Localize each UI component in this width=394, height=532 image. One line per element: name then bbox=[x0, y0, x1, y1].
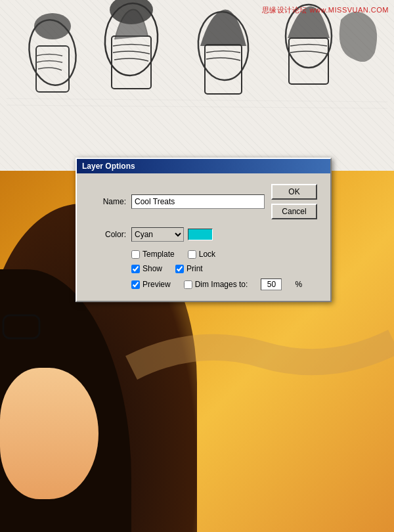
percent-label: % bbox=[295, 280, 302, 289]
cancel-button[interactable]: Cancel bbox=[271, 204, 317, 219]
color-select[interactable]: Cyan None Magenta Yellow Red Green Blue … bbox=[131, 227, 184, 242]
svg-line-10 bbox=[7, 99, 387, 102]
preview-checkbox-label[interactable]: Preview bbox=[131, 280, 171, 289]
lock-checkbox[interactable] bbox=[188, 250, 196, 259]
buttons-col: OK Cancel bbox=[265, 184, 317, 219]
dim-checkbox-label[interactable]: Dim Images to: bbox=[184, 280, 248, 289]
color-select-wrapper: Cyan None Magenta Yellow Red Green Blue … bbox=[131, 227, 213, 242]
show-checkbox[interactable] bbox=[131, 265, 140, 273]
dialog-title: Layer Options bbox=[82, 162, 135, 171]
lock-checkbox-label[interactable]: Lock bbox=[188, 250, 215, 259]
background-sketch bbox=[0, 0, 394, 171]
print-checkbox-label[interactable]: Print bbox=[175, 264, 203, 273]
template-label: Template bbox=[142, 250, 175, 259]
preview-checkbox[interactable] bbox=[131, 280, 140, 289]
dim-checkbox[interactable] bbox=[184, 280, 192, 289]
lock-label: Lock bbox=[199, 250, 215, 259]
print-checkbox[interactable] bbox=[175, 265, 184, 273]
preview-label: Preview bbox=[142, 280, 171, 289]
preview-dim-row: Preview Dim Images to: % bbox=[131, 278, 317, 290]
layer-options-dialog: Layer Options Name: OK Cancel Color: Cya… bbox=[76, 158, 332, 302]
name-input[interactable] bbox=[131, 194, 265, 209]
template-checkbox-label[interactable]: Template bbox=[131, 250, 175, 259]
name-row: Name: OK Cancel bbox=[90, 184, 317, 219]
show-print-row: Show Print bbox=[131, 264, 317, 273]
dialog-titlebar: Layer Options bbox=[77, 159, 330, 173]
color-label: Color: bbox=[90, 230, 126, 239]
show-label: Show bbox=[142, 264, 162, 273]
template-checkbox[interactable] bbox=[131, 250, 140, 259]
dim-images-label: Dim Images to: bbox=[195, 280, 248, 289]
print-label: Print bbox=[186, 264, 203, 273]
show-checkbox-label[interactable]: Show bbox=[131, 264, 162, 273]
template-lock-row: Template Lock bbox=[131, 250, 317, 259]
color-row: Color: Cyan None Magenta Yellow Red Gree… bbox=[90, 227, 317, 242]
dim-value-input[interactable] bbox=[261, 278, 282, 290]
ok-button[interactable]: OK bbox=[271, 184, 317, 200]
svg-line-11 bbox=[7, 105, 387, 108]
watermark: 思缘设计论坛 www.MISSVUAN.COM bbox=[262, 5, 389, 15]
watermark-text: 思缘设计论坛 www.MISSVUAN.COM bbox=[262, 6, 389, 14]
svg-point-1 bbox=[34, 13, 71, 39]
svg-rect-12 bbox=[3, 315, 39, 338]
dialog-body: Name: OK Cancel Color: Cyan None Magenta… bbox=[77, 173, 330, 301]
color-swatch bbox=[188, 229, 213, 240]
name-label: Name: bbox=[90, 197, 126, 206]
